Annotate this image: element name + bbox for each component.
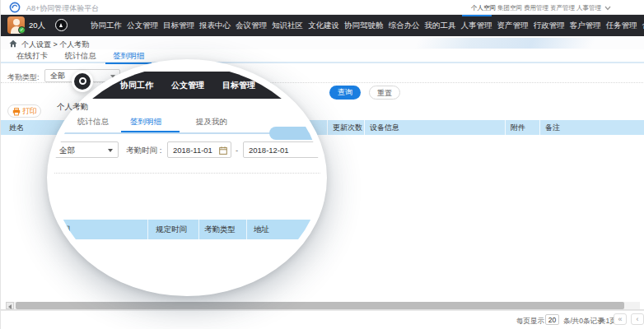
reset-button[interactable]: 重置	[369, 86, 400, 100]
horizontal-scrollbar	[6, 302, 640, 309]
search-button[interactable]: 查询	[329, 86, 361, 100]
lens-date-from-input[interactable]: 2018-11-01	[167, 141, 231, 158]
background-watermark	[414, 38, 596, 49]
scroll-left-button[interactable]	[6, 302, 14, 309]
lens-col-address: 地址	[254, 220, 269, 239]
lens-type-select[interactable]: 全部	[52, 141, 119, 158]
prev-page-button[interactable]: ‹	[631, 313, 644, 325]
lens-nav-docs[interactable]: 公文管理	[171, 72, 204, 99]
lens-date-from: 2018-11-01	[173, 142, 212, 158]
home-icon[interactable]	[9, 39, 17, 48]
topbar-menu-hr[interactable]: 人事管理	[576, 4, 601, 12]
topbar-menu-group-space[interactable]: 集团空间	[497, 4, 522, 12]
lens-active-tab-underline	[121, 131, 180, 132]
app-logo-icon	[9, 2, 21, 13]
nav-logo-icon[interactable]	[55, 19, 68, 31]
user-count: 20人	[29, 15, 45, 36]
lens-col-signin-time: 签到时间	[47, 220, 70, 239]
lens-select-caret-icon	[108, 149, 113, 152]
first-page-button[interactable]: «	[614, 313, 627, 325]
nav-menu: 协同工作 公文管理 目标管理 报表中心 会议管理 知识社区 文化建设 协同驾驶舱…	[91, 15, 644, 36]
printer-icon	[12, 108, 21, 116]
lens-type-value: 全部	[59, 142, 75, 158]
nav-item-knowledge[interactable]: 知识社区	[272, 15, 303, 36]
magnifier-lens: 协同工作 公文管理 目标管理 统计信息 签到明细 提及我的 全部 考勤时间 : …	[47, 59, 327, 296]
per-page-input[interactable]: 20	[545, 314, 559, 325]
lens-col-attendance-type: 考勤类型	[204, 220, 236, 239]
nav-item-docs[interactable]: 公文管理	[127, 15, 158, 36]
lens-logo-mark	[79, 77, 86, 85]
lens-table-header: 签到时间 规定时间 考勤类型 地址	[47, 220, 327, 239]
lens-col-scheduled-time: 规定时间	[156, 220, 187, 239]
lens-column-divider	[246, 220, 247, 239]
attendance-type-value: 全部	[50, 70, 65, 82]
nav-item-meetings[interactable]: 会议管理	[236, 15, 267, 36]
nav-item-reports[interactable]: 报表中心	[199, 15, 231, 36]
nav-item-asset[interactable]: 资产管理	[497, 15, 529, 36]
scrollbar-thumb[interactable]	[16, 302, 624, 309]
nav-item-office[interactable]: 综合办公	[389, 15, 420, 36]
tab-bar: 在线打卡 统计信息 签到明细	[1, 49, 644, 63]
topbar-menu-asset[interactable]: 资产管理	[550, 4, 575, 12]
topbar-menu-expense[interactable]: 费用管理	[524, 4, 548, 12]
top-bar: A8+协同管理体验平台 个人空间 集团空间 费用管理 资产管理 人事管理	[1, 0, 644, 15]
topbar-menu-personal-space[interactable]: 个人空间	[471, 4, 496, 12]
nav-item-customer[interactable]: 客户管理	[570, 15, 601, 36]
lens-time-label: 考勤时间 :	[126, 146, 161, 156]
lens-dotted-divider	[47, 173, 327, 174]
tab-online-punch[interactable]: 在线打卡	[9, 49, 55, 63]
tab-statistics[interactable]: 统计信息	[58, 49, 104, 63]
lens-nav-collab[interactable]: 协同工作	[120, 72, 153, 99]
print-label: 打印	[22, 105, 37, 118]
nav-item-collab[interactable]: 协同工作	[91, 15, 122, 36]
lens-column-divider	[198, 220, 199, 239]
online-status-badge: ✓	[18, 26, 26, 34]
dotted-divider	[1, 82, 644, 83]
col-name: 姓名	[9, 120, 24, 135]
col-update-count: 更新次数	[333, 120, 362, 135]
calendar-icon[interactable]	[219, 146, 227, 155]
lens-logo-icon	[72, 71, 93, 92]
print-button[interactable]: 打印	[7, 104, 41, 118]
nav-item-culture[interactable]: 文化建设	[308, 15, 339, 36]
lens-column-divider	[147, 220, 148, 239]
lens-nav-goals[interactable]: 目标管理	[222, 72, 255, 99]
pagination-bar: 每页显示 20 条/共0条记录 共1页 « ‹ 第	[1, 310, 644, 329]
tab-signin-detail[interactable]: 签到明细	[105, 49, 152, 64]
chevron-down-icon[interactable]	[604, 6, 611, 11]
lens-date-to: 2018-12-01	[249, 142, 289, 158]
nav-item-tasks[interactable]: 任务管理	[606, 15, 637, 36]
app-window: A8+协同管理体验平台 个人空间 集团空间 费用管理 资产管理 人事管理 ✓ 2…	[0, 0, 644, 329]
lens-tab-mentions[interactable]: 提及我的	[196, 117, 227, 127]
nav-logo-mark	[59, 23, 63, 27]
lens-date-to-input[interactable]: 2018-12-01	[243, 141, 322, 158]
nav-item-cockpit[interactable]: 协同驾驶舱	[344, 15, 384, 36]
lens-date-dash: -	[236, 146, 238, 155]
nav-item-tools[interactable]: 我的工具	[425, 15, 456, 36]
column-divider	[539, 120, 540, 135]
app-title: A8+协同管理体验平台	[26, 3, 99, 14]
column-divider	[505, 120, 506, 135]
lens-breadcrumb-fragment: 个人考勤	[49, 102, 88, 113]
nav-item-hr-active[interactable]: 人事管理	[461, 15, 492, 36]
lens-tab-statistics[interactable]: 统计信息	[77, 117, 109, 127]
main-nav-bar: ✓ 20人 协同工作 公文管理 目标管理 报表中心 会议管理 知识社区 文化建设…	[1, 15, 644, 36]
column-divider	[364, 120, 365, 135]
nav-item-admin[interactable]: 行政管理	[534, 15, 565, 36]
per-page-label: 每页显示	[516, 317, 544, 327]
col-attachment: 附件	[511, 120, 525, 135]
col-remark: 备注	[545, 120, 560, 135]
column-divider	[327, 120, 328, 135]
avatar-face	[13, 19, 20, 25]
col-device-info: 设备信息	[370, 120, 399, 135]
lens-tab-signin-detail[interactable]: 签到明细	[130, 117, 161, 127]
nav-item-goals[interactable]: 目标管理	[163, 15, 194, 36]
